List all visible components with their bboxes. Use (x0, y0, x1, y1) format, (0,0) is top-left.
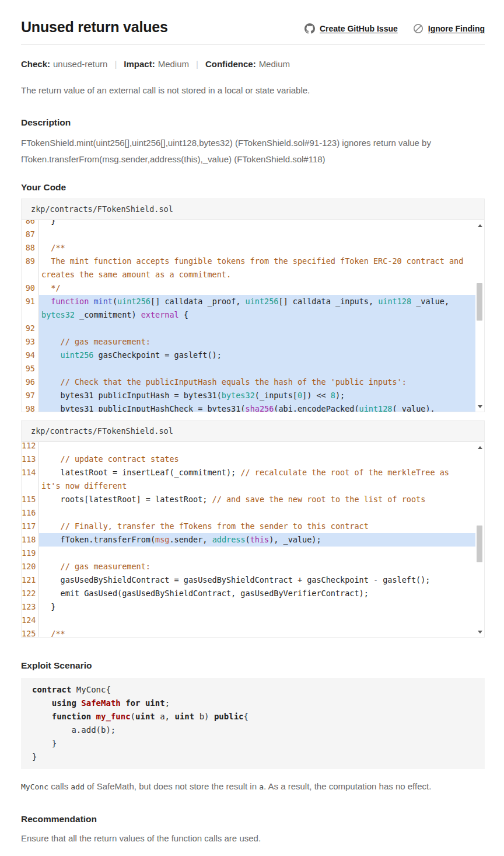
code-line-content: // Check that the publicInputHash equals… (39, 375, 475, 389)
code-line: 93 // gas measurement: (22, 335, 475, 349)
code-token: // and save the new root to the list of … (212, 495, 426, 504)
impact-label: Impact: (124, 59, 155, 69)
code-line-content: bytes31 publicInputHashCheck = bytes31(s… (39, 402, 475, 412)
line-number: 116 (22, 506, 39, 520)
code-line: bytes32 _commitment) external { (22, 308, 475, 322)
scrollbar-down-arrow-icon[interactable] (475, 628, 484, 635)
code-token: emit GasUsed(gasUsedByShieldContract, ga… (41, 589, 369, 598)
code-token: using (52, 698, 76, 708)
code-file-path: zkp/contracts/FTokenShield.sol (22, 199, 484, 220)
code-token: contract (32, 685, 71, 694)
confidence-label: Confidence: (205, 59, 256, 69)
ignore-finding-button[interactable]: Ignore Finding (413, 23, 485, 34)
description-body: FTokenShield.mint(uint256[],uint256[],ui… (21, 135, 485, 168)
code-line-content: */ (39, 281, 475, 295)
code-token: /** (41, 629, 65, 637)
code-token: MyConc{ (71, 685, 110, 694)
exploit-scenario-heading: Exploit Scenario (21, 660, 485, 671)
code-token: ( (131, 712, 135, 721)
code-token: // gas measurement: (41, 337, 150, 346)
code-area: 112113 // update contract states114 late… (22, 442, 484, 637)
code-token: ); (335, 391, 345, 400)
line-number (22, 479, 39, 493)
line-number: 95 (22, 362, 39, 375)
line-number (22, 268, 39, 281)
code-line: 115 roots[latestRoot] = latestRoot; // a… (22, 493, 475, 506)
code-line-content (39, 506, 475, 520)
meta-separator: | (196, 59, 198, 69)
code-line-content: uint256 gasCheckpoint = gasleft(); (39, 349, 475, 362)
code-line: 89 The mint function accepts fungible to… (22, 255, 475, 268)
code-line: 95 (22, 362, 475, 375)
code-line: 113 // update contract states (22, 453, 475, 466)
scrollbar-thumb[interactable] (477, 526, 482, 562)
code-line: 121 gasUsedByShieldContract = gasUsedByS… (22, 573, 475, 587)
code-line: 91 function mint(uint256[] calldata _pro… (22, 295, 475, 308)
code-token: gasUsedByShieldContract = gasUsedByShiel… (41, 575, 430, 584)
line-number: 122 (22, 587, 39, 600)
code-lines: 112113 // update contract states114 late… (22, 442, 475, 637)
line-number: 124 (22, 614, 39, 627)
code-line: 114 latestRoot = insertLeaf(_commitment)… (22, 466, 475, 479)
code-line: 118 fToken.transferFrom(msg.sender, addr… (22, 533, 475, 547)
code-line: 90 */ (22, 281, 475, 295)
scrollbar-down-arrow-icon[interactable] (475, 403, 484, 410)
line-number (22, 308, 39, 322)
line-number: 87 (22, 228, 39, 241)
line-number: 93 (22, 335, 39, 349)
code-line: 97 bytes31 publicInputHash = bytes31(byt… (22, 389, 475, 402)
code-line-content: /** (39, 241, 475, 255)
code-line: 87 (22, 228, 475, 241)
code-line-content: roots[latestRoot] = latestRoot; // and s… (39, 493, 475, 506)
scrollbar[interactable] (475, 442, 484, 637)
code-token (121, 698, 125, 708)
line-number: 97 (22, 389, 39, 402)
create-github-issue-button[interactable]: Create GitHub Issue (304, 23, 398, 34)
scrollbar-up-arrow-icon[interactable] (475, 222, 484, 229)
code-token: uint (135, 712, 155, 721)
code-token: roots[latestRoot] = latestRoot; (41, 495, 212, 504)
code-token: my_func (96, 712, 131, 721)
code-line: it's now different (22, 479, 475, 493)
line-number: 117 (22, 520, 39, 533)
code-token: ]) << (302, 391, 331, 400)
code-token: bytes31 publicInputHashCheck = bytes31( (41, 404, 246, 412)
code-token: uint (174, 712, 194, 721)
code-token: a.add(b); (32, 725, 116, 735)
your-code-heading: Your Code (21, 182, 485, 193)
code-area: 86 }8788 /**89 The mint function accepts… (22, 220, 484, 412)
exploit-code-line: } (32, 737, 474, 750)
header-divider (21, 44, 485, 45)
code-token: .sender, (169, 535, 212, 544)
code-line-content: The mint function accepts fungible token… (39, 255, 475, 268)
scrollbar-thumb[interactable] (477, 283, 482, 321)
code-line: 123 } (22, 600, 475, 614)
code-token: // Check that the publicInputHash equals… (41, 377, 407, 387)
code-token: ( (246, 535, 250, 544)
line-number: 115 (22, 493, 39, 506)
code-token: external (141, 310, 179, 319)
code-line-content (39, 362, 475, 375)
code-line-content: bytes31 publicInputHash = bytes31(bytes3… (39, 389, 475, 402)
finding-summary: The return value of an external call is … (21, 85, 485, 96)
line-number: 121 (22, 573, 39, 587)
code-token: // gas measurement: (41, 562, 150, 571)
code-token: it's now different (41, 481, 127, 490)
code-token: { (244, 712, 249, 721)
code-line-content (39, 547, 475, 560)
line-number: 118 (22, 533, 39, 547)
code-line: 120 // gas measurement: (22, 560, 475, 573)
code-token: _value, (411, 297, 449, 306)
line-number: 120 (22, 560, 39, 573)
scrollbar[interactable] (475, 220, 484, 412)
impact-value: Medium (158, 59, 189, 69)
exploit-code-line: a.add(b); (32, 723, 474, 737)
code-token: uint128 (359, 404, 393, 412)
circle-slash-icon (413, 23, 424, 34)
code-token: 0 (298, 391, 302, 400)
line-number: 89 (22, 255, 39, 268)
code-token: (abi.encodePacked( (274, 404, 359, 412)
check-value: unused-return (53, 59, 107, 69)
confidence-value: Medium (259, 59, 290, 69)
scrollbar-up-arrow-icon[interactable] (475, 444, 484, 451)
